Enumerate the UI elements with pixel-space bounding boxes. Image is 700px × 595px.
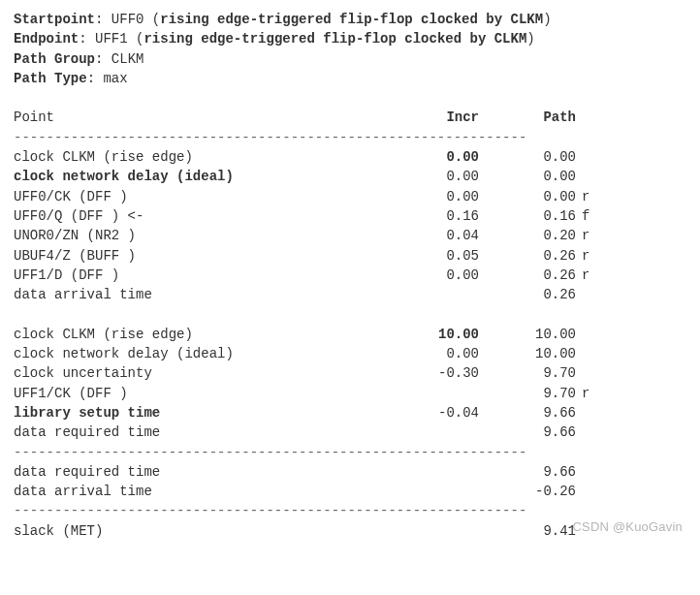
startpoint-note: rising edge-triggered flip-flop clocked …	[160, 12, 543, 27]
cell-flag: r	[576, 246, 611, 266]
startpoint-value: UFF0	[111, 12, 144, 27]
table-row: clock uncertainty-0.309.70	[14, 363, 686, 383]
cell-flag	[576, 423, 611, 442]
cell-incr	[363, 285, 479, 304]
cell-incr: 0.00	[363, 147, 479, 167]
cell-incr: 0.00	[363, 187, 479, 206]
table-row: library setup time-0.049.66	[14, 403, 686, 423]
cell-flag	[576, 482, 611, 501]
slack-path: 9.41	[479, 521, 576, 541]
cell-incr: -0.04	[363, 403, 479, 423]
cell-flag	[576, 325, 611, 344]
cell-path: 0.26	[479, 266, 576, 285]
cell-point: clock network delay (ideal)	[14, 167, 363, 186]
cell-incr	[363, 462, 479, 482]
watermark-text: CSDN @KuoGavin	[572, 518, 683, 537]
cell-incr: 0.05	[363, 246, 479, 266]
table-row: data arrival time-0.26	[14, 482, 686, 501]
cell-flag	[576, 285, 611, 304]
table-row: data arrival time0.26	[14, 285, 686, 304]
cell-path: 0.20	[479, 226, 576, 245]
cell-path: 0.00	[479, 167, 576, 186]
cell-path: 0.16	[479, 206, 576, 226]
cell-flag	[576, 363, 611, 383]
table-row: UFF0/Q (DFF ) <-0.160.16f	[14, 206, 686, 226]
table-row: UFF0/CK (DFF )0.000.00r	[14, 187, 686, 206]
cell-point: clock CLKM (rise edge)	[14, 325, 363, 344]
cell-flag	[576, 344, 611, 363]
table-row: UBUF4/Z (BUFF )0.050.26r	[14, 246, 686, 266]
table-row: clock network delay (ideal)0.0010.00	[14, 344, 686, 363]
cell-path: 9.70	[479, 363, 576, 383]
cell-incr: 0.16	[363, 206, 479, 226]
cell-point: data arrival time	[14, 482, 363, 501]
pathtype-label: Path Type	[14, 71, 87, 86]
table-row: clock CLKM (rise edge)10.0010.00	[14, 325, 686, 344]
startpoint-line: Startpoint: UFF0 (rising edge-triggered …	[14, 10, 686, 29]
pathgroup-value: CLKM	[111, 51, 144, 67]
cell-incr	[363, 423, 479, 442]
cell-flag: f	[576, 206, 611, 226]
cell-flag	[576, 462, 611, 482]
cell-flag: r	[576, 226, 611, 245]
blank-line	[14, 304, 686, 324]
cell-point: UNOR0/ZN (NR2 )	[14, 226, 363, 245]
cell-incr: -0.30	[363, 363, 479, 383]
cell-point: clock network delay (ideal)	[14, 344, 363, 363]
slack-point: slack (MET)	[14, 521, 363, 541]
rule-line: ----------------------------------------…	[14, 128, 686, 147]
table-row: data required time9.66	[14, 462, 686, 482]
pathgroup-label: Path Group	[14, 51, 95, 67]
endpoint-note: rising edge-triggered flip-flop clocked …	[143, 31, 526, 47]
cell-path: 9.66	[479, 423, 576, 442]
cell-flag	[576, 167, 611, 186]
cell-path: 10.00	[479, 325, 576, 344]
cell-point: UFF0/CK (DFF )	[14, 187, 363, 206]
slack-incr	[363, 521, 479, 541]
summary-section: data required time9.66data arrival time-…	[14, 462, 686, 502]
cell-incr	[363, 384, 479, 403]
col-flag-header	[576, 108, 611, 127]
table-row: UFF1/CK (DFF )9.70r	[14, 384, 686, 403]
cell-incr: 0.00	[363, 167, 479, 186]
cell-point: UBUF4/Z (BUFF )	[14, 246, 363, 266]
cell-incr: 10.00	[363, 325, 479, 344]
blank-line	[14, 88, 686, 108]
table-row: UFF1/D (DFF )0.000.26r	[14, 266, 686, 285]
cell-flag: r	[576, 266, 611, 285]
pathtype-line: Path Type: max	[14, 69, 686, 88]
table-row: clock CLKM (rise edge)0.000.00	[14, 147, 686, 167]
endpoint-label: Endpoint	[14, 31, 79, 47]
pathgroup-line: Path Group: CLKM	[14, 49, 686, 69]
cell-path: 0.00	[479, 187, 576, 206]
endpoint-value: UFF1	[95, 31, 128, 47]
cell-incr: 0.04	[363, 226, 479, 245]
cell-point: data required time	[14, 462, 363, 482]
cell-point: UFF0/Q (DFF ) <-	[14, 206, 363, 226]
cell-flag	[576, 147, 611, 167]
cell-path: 0.26	[479, 285, 576, 304]
rule-line: ----------------------------------------…	[14, 443, 686, 462]
cell-point: library setup time	[14, 403, 363, 423]
cell-flag: r	[576, 384, 611, 403]
cell-path: 0.00	[479, 147, 576, 167]
endpoint-line: Endpoint: UFF1 (rising edge-triggered fl…	[14, 29, 686, 48]
cell-path: -0.26	[479, 482, 576, 501]
cell-path: 9.70	[479, 384, 576, 403]
cell-incr: 0.00	[363, 266, 479, 285]
cell-path: 0.26	[479, 246, 576, 266]
cell-path: 9.66	[479, 462, 576, 482]
cell-flag: r	[576, 187, 611, 206]
table-row: UNOR0/ZN (NR2 )0.040.20r	[14, 226, 686, 245]
cell-incr: 0.00	[363, 344, 479, 363]
col-incr-header: Incr	[363, 108, 479, 127]
required-section: clock CLKM (rise edge)10.0010.00clock ne…	[14, 325, 686, 443]
table-row: data required time9.66	[14, 423, 686, 442]
cell-path: 10.00	[479, 344, 576, 363]
column-header: Point Incr Path	[14, 108, 686, 127]
cell-point: data arrival time	[14, 285, 363, 304]
cell-point: clock uncertainty	[14, 363, 363, 383]
col-point-header: Point	[14, 108, 363, 127]
cell-point: data required time	[14, 423, 363, 442]
table-row: clock network delay (ideal)0.000.00	[14, 167, 686, 186]
